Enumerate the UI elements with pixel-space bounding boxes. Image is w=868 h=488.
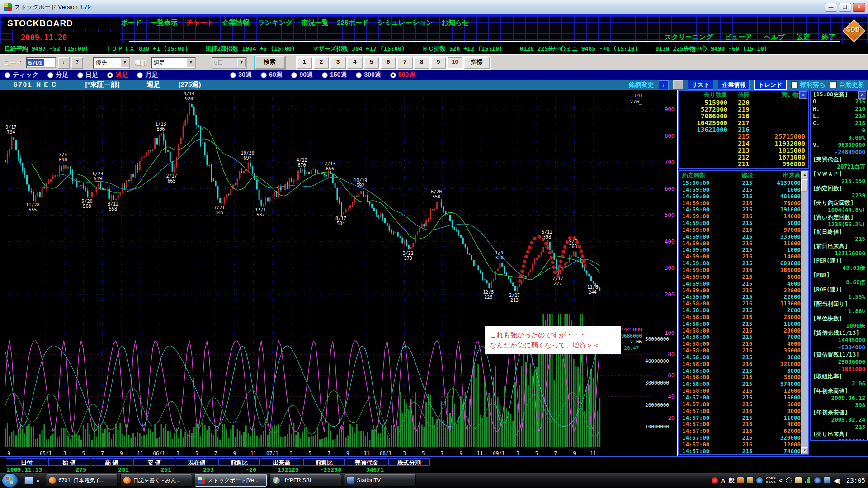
period-radio-500週[interactable]: 500週 [390, 71, 415, 79]
close-icon[interactable]: × [858, 91, 866, 99]
radio-icon[interactable] [322, 72, 328, 78]
menu-item-ランキング[interactable]: ランキング [258, 19, 293, 27]
priority-dropdown[interactable]: 優先▼ [93, 57, 130, 69]
radio-icon[interactable] [47, 72, 53, 78]
task-button[interactable]: StationTV [344, 474, 416, 487]
close-button[interactable]: ✕ [853, 3, 865, 12]
chevron-down-icon[interactable]: ▼ [187, 58, 195, 67]
maximize-button[interactable]: ❐ [839, 3, 851, 12]
chevron-down-icon[interactable]: ▼ [121, 58, 129, 67]
list-button[interactable]: リスト [688, 80, 714, 90]
page-button-8[interactable]: 8 [414, 57, 429, 69]
period-radio-300週[interactable]: 300週 [356, 71, 381, 79]
sub-menu-item-設定[interactable]: 設定 [797, 33, 810, 42]
period-radio-60週[interactable]: 60週 [261, 71, 283, 79]
radio-icon[interactable] [390, 72, 396, 78]
quick-launch-more[interactable]: » [36, 477, 39, 484]
menu-item-225ボード[interactable]: 225ボード [337, 19, 369, 27]
task-button[interactable]: HYPER SBI [269, 474, 341, 487]
svg-text:7/13: 7/13 [325, 161, 335, 166]
page-button-3[interactable]: 3 [330, 57, 346, 69]
checkbox-icon[interactable] [791, 81, 798, 88]
quick-launch-icon[interactable] [24, 476, 33, 484]
company-info-button[interactable]: 企業情報 [718, 80, 750, 90]
search-button[interactable]: 検索 [255, 56, 285, 69]
close-icon[interactable]: × [799, 91, 807, 99]
page-button-4[interactable]: 4 [347, 57, 363, 69]
menu-bar: ボード一覧表示チャート企業情報ランキング市況一覧225ボードシミュレーションお知… [121, 19, 469, 27]
period-radio-週足[interactable]: 週足 [107, 71, 128, 79]
mail-icon[interactable] [795, 477, 802, 483]
notification-icon[interactable] [712, 477, 718, 483]
period-radio-分足[interactable]: 分足 [47, 71, 68, 79]
sub-menu-item-ビューア[interactable]: ビューア [725, 33, 752, 42]
radio-icon[interactable] [137, 72, 143, 78]
checkbox-icon[interactable] [830, 81, 837, 88]
time-sales-row: 14:57:0021574000 [679, 448, 808, 455]
indicator-button[interactable]: 指標 [464, 57, 490, 69]
ask-row: 10425000217 [679, 119, 808, 126]
radio-icon[interactable] [230, 72, 236, 78]
sub-menu-item-ヘルプ[interactable]: ヘルプ [764, 33, 785, 42]
code-down-button[interactable]: ↓ [58, 57, 70, 69]
menu-item-シミュレーション[interactable]: シミュレーション [377, 19, 433, 27]
period-radio-ティック[interactable]: ティック [5, 71, 38, 79]
tray-collapse-chevron[interactable]: < [779, 477, 783, 484]
minimize-button[interactable]: — [825, 3, 837, 12]
signal-bars-icon[interactable] [805, 477, 811, 483]
ime-mode[interactable]: 般 [728, 476, 734, 484]
radio-icon[interactable] [261, 72, 267, 78]
radio-icon[interactable] [5, 72, 10, 78]
menu-item-企業情報[interactable]: 企業情報 [222, 19, 250, 27]
ex-rights-checkbox[interactable]: 権利落ち [791, 81, 826, 89]
scroll-down-icon[interactable]: ▼ [801, 447, 808, 454]
page-button-9[interactable]: 9 [431, 57, 446, 69]
scrollbar[interactable]: ▲ ▼ [801, 171, 808, 454]
page-button-1[interactable]: 1 [297, 57, 312, 69]
page-button-5[interactable]: 5 [364, 57, 379, 69]
ime-help-icon[interactable] [756, 477, 763, 483]
menu-item-一覧表示[interactable]: 一覧表示 [151, 19, 178, 27]
sub-menu-item-終了[interactable]: 終了 [822, 33, 835, 42]
radio-icon[interactable] [107, 72, 113, 78]
ime-caps-kana[interactable]: CAPSKANA [766, 477, 776, 484]
start-button[interactable] [2, 473, 18, 488]
svg-text:20000000: 20000000 [645, 402, 669, 408]
ime-alpha[interactable]: A [721, 477, 725, 484]
symbol-down-button[interactable]: ↓ [659, 80, 669, 89]
menu-item-ボード[interactable]: ボード [121, 19, 142, 27]
menu-item-お知らせ[interactable]: お知らせ [442, 19, 469, 27]
scrollbar-thumb[interactable] [801, 179, 808, 192]
menu-item-市況一覧[interactable]: 市況一覧 [302, 19, 329, 27]
time-sales-row: 14:59:0021614000 [679, 253, 808, 260]
volume-icon[interactable]: ◀) [834, 477, 840, 484]
code-input[interactable]: 6701 [26, 57, 56, 68]
radio-icon[interactable] [356, 72, 362, 78]
network-icon[interactable] [824, 477, 831, 484]
sub-menu-item-スクリーニング[interactable]: スクリーニング [665, 33, 713, 42]
page-button-2[interactable]: 2 [314, 57, 329, 69]
trend-button[interactable]: トレンド [754, 80, 786, 90]
auto-update-checkbox[interactable]: 自動更新 [830, 81, 864, 89]
security-shield-icon[interactable] [814, 477, 821, 483]
radio-icon[interactable] [77, 72, 83, 78]
page-button-10[interactable]: 10 [448, 57, 463, 69]
type-dropdown[interactable]: 週足▼ [151, 57, 196, 69]
task-button[interactable]: ストックボード[Ve... [195, 474, 267, 487]
period-radio-150週[interactable]: 150週 [322, 71, 347, 79]
tray-app-icon[interactable] [786, 477, 792, 483]
radio-icon[interactable] [291, 72, 297, 78]
period-radio-90週[interactable]: 90週 [291, 71, 313, 79]
page-button-6[interactable]: 6 [381, 57, 396, 69]
menu-item-チャート[interactable]: チャート [186, 19, 214, 27]
period-radio-日足[interactable]: 日足 [77, 71, 98, 79]
period-radio-30週[interactable]: 30週 [230, 71, 252, 79]
ime-toolbox-icon[interactable] [737, 477, 744, 483]
scroll-up-icon[interactable]: ▲ [801, 171, 808, 178]
task-button[interactable]: 6701: 日本電気 (... [46, 474, 118, 487]
period-radio-月足[interactable]: 月足 [137, 71, 158, 79]
ime-pad-icon[interactable] [747, 477, 753, 483]
page-button-7[interactable]: 7 [397, 57, 413, 69]
help-button[interactable]: ? [71, 57, 83, 69]
task-button[interactable]: 日記を書く - みん... [120, 474, 192, 487]
